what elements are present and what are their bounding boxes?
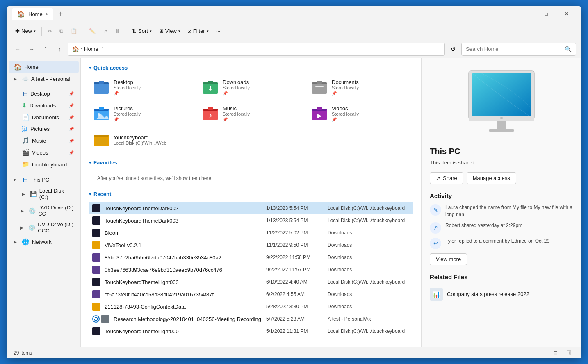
quick-item-documents[interactable]: Documents Stored locally 📌 <box>307 76 413 99</box>
home-tab[interactable]: 🏠 Home × <box>12 8 53 20</box>
recent-location-6: Local Disk (C:)\Wi...\touchkeyboard <box>328 279 410 285</box>
copy-btn[interactable]: ⧉ <box>56 26 66 36</box>
favorites-empty-text: After you've pinned some files, we'll sh… <box>89 171 413 184</box>
home-icon: 🏠 <box>14 63 22 71</box>
favorites-header[interactable]: ▾ Favorites <box>89 159 413 166</box>
recent-date-8: 5/28/2022 3:30 PM <box>266 304 324 309</box>
sidebar-item-desktop[interactable]: 🖥 Desktop 📌 <box>9 88 79 99</box>
sidebar-item-dvd-ccc[interactable]: ▶ 💿 DVD Drive (D:) CCC <box>9 219 79 236</box>
activity-item-2: ↩ Tyler replied to a comment by Edmee on… <box>430 238 573 249</box>
quick-item-downloads[interactable]: ⬇ Downloads Stored locally 📌 <box>198 76 304 99</box>
recent-row[interactable]: TouchKeyboardThemeLight000 5/1/2022 11:3… <box>89 325 413 337</box>
more-btn[interactable]: ··· <box>213 26 224 36</box>
touchkeyboard-folder-icon <box>93 132 109 148</box>
expand-icon: ▶ <box>14 77 19 81</box>
address-box[interactable]: 🏠 › Home ˅ <box>68 43 445 56</box>
recent-row[interactable]: TouchKeyboardThemeDark002 1/13/2023 5:54… <box>89 202 413 214</box>
local-expand-icon: ▶ <box>22 192 27 196</box>
sidebar-item-touchkeyboard[interactable]: 📁 touchkeyboard <box>9 159 79 170</box>
downloads-info: Downloads Stored locally 📌 <box>223 79 250 96</box>
quick-item-pictures[interactable]: Pictures Stored locally 📌 <box>89 102 195 125</box>
touchkeyboard-icon: 📁 <box>22 161 30 168</box>
svg-text:♪: ♪ <box>209 112 212 119</box>
sidebar-item-music[interactable]: 🎵 Music 📌 <box>9 135 79 146</box>
activity-text-0: Laura changed the name from My file to M… <box>445 204 573 218</box>
back-btn[interactable]: ← <box>12 43 23 55</box>
tab-close-btn[interactable]: × <box>46 11 48 16</box>
view-btn[interactable]: ⊞ View ▾ <box>156 26 184 36</box>
sidebar-item-videos[interactable]: 🎬 Videos 📌 <box>9 147 79 158</box>
share-panel-icon: ↗ <box>436 175 440 181</box>
cut-btn[interactable]: ✂ <box>44 26 55 36</box>
quick-access-label: Quick access <box>93 65 128 71</box>
sidebar-item-this-pc[interactable]: ▾ 🖥 This PC <box>9 174 79 185</box>
recent-row[interactable]: ViVeTool-v0.2.1 11/1/2022 9:50 PM Downlo… <box>89 239 413 251</box>
filter-btn[interactable]: ⧖ Filter ▾ <box>185 26 212 36</box>
rename-btn[interactable]: ✏️ <box>86 26 99 36</box>
new-tab-btn[interactable]: + <box>55 8 66 20</box>
more-icon: ··· <box>216 28 221 34</box>
delete-btn[interactable]: 🗑 <box>112 26 123 36</box>
related-item-0[interactable]: 📊 Company stats press release 2022 <box>430 285 573 303</box>
recent-file-icon-9 <box>101 315 109 323</box>
recent-row[interactable]: TouchKeyboardThemeLight003 6/10/2022 4:4… <box>89 276 413 288</box>
manage-access-btn[interactable]: Manage access <box>467 172 516 184</box>
address-dropdown-btn[interactable]: ˅ <box>102 46 104 52</box>
svg-rect-20 <box>208 107 213 110</box>
sidebar-item-home[interactable]: 🏠 Home <box>9 61 79 73</box>
recent-name-1: TouchKeyboardThemeDark003 <box>105 218 262 224</box>
sidebar-item-network[interactable]: ▶ 🌐 Network <box>9 236 79 248</box>
recent-location-10: Local Disk (C:)\Wi...\touchkeyboard <box>328 328 410 334</box>
minimize-btn[interactable]: — <box>516 7 535 20</box>
svg-rect-34 <box>497 120 506 130</box>
explorer-window: 🏠 Home × + — □ ✕ ✚ New ▾ ✂ ⧉ 📋 ✏️ <box>7 6 581 358</box>
sidebar-item-test-personal[interactable]: ▶ ☁️ A test - Personal <box>9 73 79 84</box>
refresh-btn[interactable]: ↺ <box>447 43 459 55</box>
recent-row[interactable]: 85bb37e2ba65556f7da07047bab330e3534c80a2… <box>89 251 413 264</box>
view-icon: ⊞ <box>159 28 164 34</box>
quick-item-videos[interactable]: ▶ Videos Stored locally 📌 <box>307 102 413 125</box>
pc-illustration <box>460 66 542 140</box>
list-view-btn[interactable]: ≡ <box>550 347 561 359</box>
svg-rect-11 <box>315 89 324 89</box>
maximize-btn[interactable]: □ <box>537 7 556 20</box>
manage-access-label: Manage access <box>473 175 510 181</box>
sidebar-item-pictures[interactable]: 🖼 Pictures 📌 <box>9 123 79 134</box>
sidebar-item-downloads[interactable]: ⬇ Downloads 📌 <box>9 100 79 111</box>
quick-item-desktop[interactable]: Desktop Stored locally 📌 <box>89 76 195 99</box>
quick-access-header[interactable]: ▾ Quick access <box>89 65 413 71</box>
recent-locations-btn[interactable]: ˅ <box>40 43 51 55</box>
file-area: ▾ Quick access Desktop <box>81 58 421 347</box>
pin-icon-dl: 📌 <box>69 103 74 108</box>
recent-row[interactable]: 0b3ee7663893cae76e9bd310aee59b70d76cc476… <box>89 264 413 276</box>
quick-item-touchkeyboard[interactable]: touchkeyboard Local Disk (C:)\Win...\Web <box>89 128 195 151</box>
share-panel-btn[interactable]: ↗ Share <box>430 172 463 184</box>
share-btn[interactable]: ↗ <box>100 26 111 36</box>
close-btn[interactable]: ✕ <box>557 7 576 20</box>
music-pin: 📌 <box>223 117 250 122</box>
recent-row[interactable]: cf5a73fe0f1f4a0cd58a38b04219a0167354f87f… <box>89 288 413 300</box>
cloud-icon: ☁️ <box>22 75 29 82</box>
recent-row[interactable]: Bloom 11/2/2022 5:02 PM Downloads <box>89 227 413 239</box>
quick-item-music[interactable]: ♪ Music Stored locally 📌 <box>198 102 304 125</box>
recent-row[interactable]: TouchKeyboardThemeDark003 1/13/2023 5:54… <box>89 214 413 227</box>
downloads-folder-icon: ⬇ <box>202 79 219 96</box>
sidebar-item-documents[interactable]: 📄 Documents 📌 <box>9 111 79 123</box>
new-btn[interactable]: ✚ New ▾ <box>12 26 39 36</box>
search-icon[interactable]: 🔍 <box>565 46 572 52</box>
sort-btn[interactable]: ⇅ Sort ▾ <box>129 26 155 36</box>
forward-btn[interactable]: → <box>26 43 37 55</box>
search-input[interactable] <box>466 46 562 52</box>
up-btn[interactable]: ↑ <box>54 43 65 55</box>
paste-btn[interactable]: 📋 <box>67 26 80 36</box>
sidebar-item-local-disk[interactable]: ▶ 💾 Local Disk (C:) <box>9 186 79 202</box>
view-more-btn[interactable]: View more <box>430 253 467 265</box>
pin-icon: 📌 <box>69 91 74 96</box>
sidebar-item-dvd-cc[interactable]: ▶ 💿 DVD Drive (D:) CC <box>9 202 79 219</box>
sidebar-home-label: Home <box>24 64 39 70</box>
grid-view-btn[interactable]: ⊞ <box>563 347 574 359</box>
recent-row[interactable]: Research Methodology-20210401_040256-Mee… <box>89 313 413 325</box>
recent-header[interactable]: ▾ Recent <box>89 191 413 197</box>
sidebar-music-label: Music <box>32 138 46 144</box>
recent-row[interactable]: 211128-73493-ConfigContextData 5/28/2022… <box>89 300 413 313</box>
